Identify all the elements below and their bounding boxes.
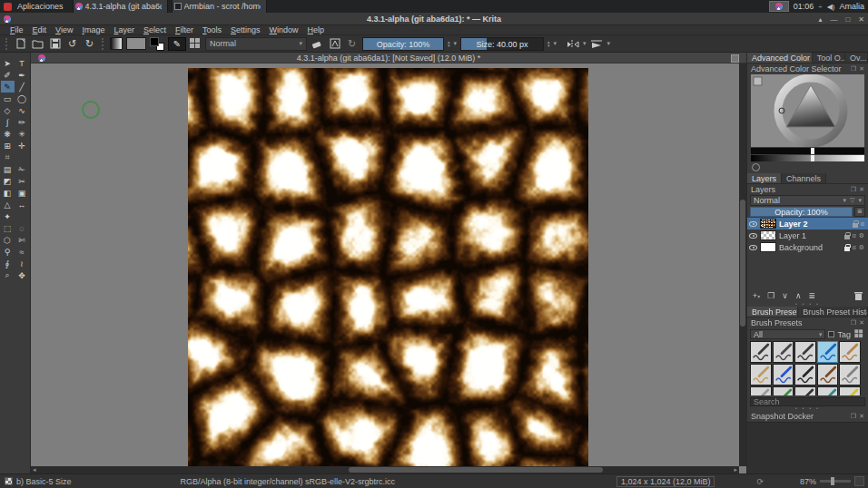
- size-spinner[interactable]: ▴▾: [547, 40, 550, 47]
- advanced-color-selector[interactable]: [751, 74, 864, 147]
- snapshot-list[interactable]: [747, 422, 868, 478]
- brush-preset-thumbnail[interactable]: [773, 341, 794, 363]
- fg-bg-colors[interactable]: [150, 37, 164, 51]
- shade-strip-2[interactable]: [751, 155, 864, 161]
- reload-preset-button[interactable]: ↻: [345, 37, 359, 51]
- freehand-path-tool[interactable]: ✏: [15, 116, 29, 128]
- size-slider[interactable]: Size: 40.00 px: [460, 37, 544, 51]
- float-docker-icon[interactable]: ❐: [851, 65, 856, 73]
- choose-brush-preset-button[interactable]: [190, 38, 202, 50]
- chevron-down-icon[interactable]: ▾: [583, 40, 587, 47]
- bezier-select-tool[interactable]: ∮: [1, 258, 15, 269]
- menu-edit[interactable]: Edit: [28, 25, 52, 34]
- layer-gear-icon[interactable]: ⚙: [859, 232, 864, 239]
- float-docker-icon[interactable]: ❐: [851, 319, 856, 327]
- brush-preset-thumbnail[interactable]: [839, 341, 861, 363]
- layer-lock-icon[interactable]: [844, 247, 850, 251]
- applications-menu[interactable]: Aplicaciones: [0, 0, 69, 13]
- tab-brush-presets[interactable]: Brush Presets: [747, 307, 798, 317]
- transform-tool[interactable]: ⊞: [1, 140, 15, 151]
- layer-gear-icon[interactable]: ⚙: [859, 244, 864, 251]
- brush-preset-thumbnail[interactable]: [817, 386, 839, 395]
- brush-preset-thumbnail[interactable]: [839, 364, 861, 386]
- artwork-image[interactable]: [188, 68, 588, 466]
- magnetic-select-tool[interactable]: ≀: [15, 258, 29, 269]
- shade-button[interactable]: ▴: [818, 15, 822, 24]
- menu-select[interactable]: Select: [139, 25, 171, 34]
- close-docker-icon[interactable]: ✕: [859, 186, 864, 193]
- tab-channels[interactable]: Channels: [782, 173, 826, 183]
- display-mode-button[interactable]: [854, 329, 863, 338]
- menu-settings[interactable]: Settings: [226, 25, 265, 34]
- opacity-spinner[interactable]: ▴▾: [448, 40, 450, 47]
- alpha-lock-icon[interactable]: α: [853, 244, 856, 250]
- snapshot-docker-header[interactable]: Snapshot Docker ❐✕: [747, 411, 868, 421]
- filter-funnel-icon[interactable]: ▽: [850, 197, 854, 204]
- line-tool[interactable]: ╱: [15, 81, 29, 93]
- brush-preset-thumbnail[interactable]: [773, 364, 794, 386]
- volume-icon[interactable]: ◀): [827, 3, 835, 11]
- canvas-viewport[interactable]: [31, 63, 739, 466]
- ellipse-select-tool[interactable]: ◌: [15, 222, 29, 234]
- tab-layers[interactable]: Layers: [747, 173, 782, 183]
- menu-window[interactable]: Window: [265, 25, 303, 34]
- delete-layer-button[interactable]: [854, 291, 863, 300]
- text-tool[interactable]: T: [15, 57, 29, 69]
- menu-file[interactable]: File: [5, 25, 28, 34]
- alpha-lock-icon[interactable]: α: [861, 220, 864, 227]
- layer-row-layer-1[interactable]: Layer 1α⚙: [747, 229, 868, 241]
- pan-tool[interactable]: ✥: [15, 269, 29, 281]
- chevron-down-icon[interactable]: ▾: [858, 197, 862, 204]
- color-selector-docker-header[interactable]: Advanced Color Selector ❐✕: [747, 63, 868, 73]
- layers-docker-header[interactable]: Layers ❐✕: [747, 184, 868, 194]
- taskbar-window-krita[interactable]: 4.3.1-alpha (git aba6da1...: [73, 0, 168, 13]
- shade-strip-1[interactable]: [751, 148, 864, 154]
- brush-preset-thumbnail[interactable]: [839, 386, 861, 395]
- brush-preset-thumbnail[interactable]: [750, 386, 772, 395]
- similar-select-tool[interactable]: ≈: [15, 246, 29, 258]
- move-tool[interactable]: ✛: [15, 140, 29, 151]
- scrollbar-thumb[interactable]: [349, 467, 603, 473]
- layer-row-layer-2[interactable]: Layer 2α: [747, 218, 868, 229]
- toolbar-handle[interactable]: [5, 38, 8, 50]
- tab-tool-options[interactable]: Tool O...: [813, 53, 845, 63]
- duplicate-layer-button[interactable]: ❐: [767, 291, 774, 300]
- scroll-left-icon[interactable]: ◂: [31, 466, 38, 473]
- tray-krita-button[interactable]: [769, 1, 789, 12]
- save-button[interactable]: [48, 37, 62, 51]
- chevron-down-icon[interactable]: ▾: [454, 40, 458, 47]
- close-docker-icon[interactable]: ✕: [859, 65, 864, 73]
- gradient-chooser[interactable]: [110, 37, 123, 50]
- opacity-slider[interactable]: Opacity: 100%: [362, 37, 444, 51]
- edit-shapes-tool[interactable]: ✐: [1, 69, 15, 81]
- pattern-edit-tool[interactable]: ◩: [1, 175, 15, 187]
- tab-advanced-color-selector[interactable]: Advanced Color S...: [747, 53, 813, 63]
- layer-properties-button[interactable]: ≣: [809, 291, 816, 300]
- brush-preset-thumbnail[interactable]: [817, 341, 839, 363]
- alpha-lock-icon[interactable]: α: [853, 232, 856, 239]
- move-layer-down-button[interactable]: ∨: [782, 291, 788, 300]
- chevron-down-icon[interactable]: ▾: [607, 40, 611, 47]
- tag-checkbox[interactable]: [828, 331, 834, 337]
- minimize-button[interactable]: —: [830, 15, 837, 24]
- measure-tool[interactable]: ↔: [15, 199, 29, 210]
- preserve-alpha-button[interactable]: [328, 37, 341, 51]
- layer-opacity-slider[interactable]: Opacity: 100% ≣: [750, 207, 865, 217]
- brush-preset-thumbnail[interactable]: [773, 386, 794, 395]
- freehand-select-tool[interactable]: ✄: [15, 234, 29, 246]
- document-subwindow-titlebar[interactable]: 4.3.1-alpha (git aba6da1): [Not Saved] (…: [31, 53, 746, 63]
- calligraphy-tool[interactable]: ✒: [15, 69, 29, 81]
- layer-visibility-eye-icon[interactable]: [749, 221, 757, 227]
- layer-visibility-eye-icon[interactable]: [749, 233, 757, 239]
- layer-row-background[interactable]: Backgroundα⚙: [747, 241, 868, 253]
- zoom-fit-button[interactable]: [854, 476, 864, 486]
- horizontal-scrollbar[interactable]: ◂ ▸: [31, 466, 739, 473]
- contiguous-select-tool[interactable]: ⚲: [1, 246, 15, 258]
- menu-filter[interactable]: Filter: [171, 25, 198, 34]
- open-document-button[interactable]: [31, 37, 44, 51]
- ellipse-tool[interactable]: ◯: [15, 93, 29, 104]
- preset-filter-dropdown[interactable]: All ▾: [750, 329, 825, 339]
- rectangle-tool[interactable]: ▭: [1, 93, 15, 104]
- brush-preset-thumbnail[interactable]: [794, 341, 816, 363]
- add-layer-button[interactable]: +▾: [753, 291, 760, 300]
